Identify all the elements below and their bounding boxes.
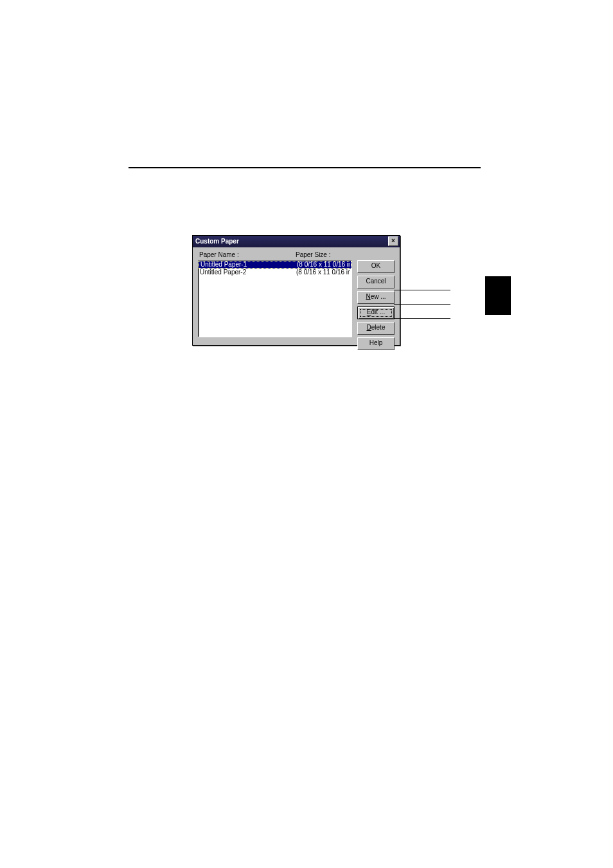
side-thumb-tab: [485, 276, 511, 315]
page: Custom Paper × Paper Name : Paper Size :…: [0, 0, 613, 868]
list-item-size: (8 0/16 x 11 0/16 inch): [296, 269, 350, 276]
cancel-button[interactable]: Cancel: [357, 276, 395, 288]
dialog-button-column: OK Cancel New ... Edit ... Delete Help: [357, 260, 395, 350]
paper-size-label: Paper Size :: [296, 251, 330, 258]
new-button[interactable]: New ...: [357, 291, 395, 304]
custom-paper-listbox[interactable]: Untitled Paper-1 (8 0/16 x 11 0/16 inch)…: [198, 260, 352, 337]
paper-name-label: Paper Name :: [199, 251, 239, 258]
cancel-button-label: Cancel: [366, 278, 386, 285]
help-button[interactable]: Help: [357, 337, 395, 350]
help-button-label: Help: [369, 339, 383, 346]
dialog-body: Paper Name : Paper Size : Untitled Paper…: [193, 247, 400, 345]
callout-leader-edit: [394, 304, 450, 305]
close-icon: ×: [391, 237, 395, 244]
custom-paper-dialog: Custom Paper × Paper Name : Paper Size :…: [192, 235, 400, 346]
close-button[interactable]: ×: [388, 236, 398, 246]
list-item[interactable]: Untitled Paper-1 (8 0/16 x 11 0/16 inch): [199, 261, 351, 269]
delete-button-label: elete: [371, 324, 386, 331]
dialog-titlebar: Custom Paper ×: [193, 236, 400, 247]
new-button-label: ew ...: [371, 293, 386, 300]
ok-button[interactable]: OK: [357, 260, 395, 273]
callout-leader-delete: [394, 318, 450, 319]
list-item-name: Untitled Paper-2: [200, 269, 296, 276]
list-item[interactable]: Untitled Paper-2 (8 0/16 x 11 0/16 inch): [199, 269, 351, 276]
delete-button[interactable]: Delete: [357, 322, 395, 335]
section-rule: [129, 167, 481, 168]
callout-leader-new: [394, 290, 450, 290]
new-button-mnemonic: N: [366, 293, 370, 300]
list-item-size: (8 0/16 x 11 0/16 inch): [297, 261, 350, 268]
delete-button-mnemonic: D: [367, 324, 371, 331]
edit-button-label: dit ...: [371, 308, 385, 315]
ok-button-label: OK: [371, 262, 380, 269]
list-item-name: Untitled Paper-1: [200, 261, 297, 268]
dialog-title: Custom Paper: [195, 238, 239, 245]
edit-button[interactable]: Edit ...: [357, 306, 395, 319]
